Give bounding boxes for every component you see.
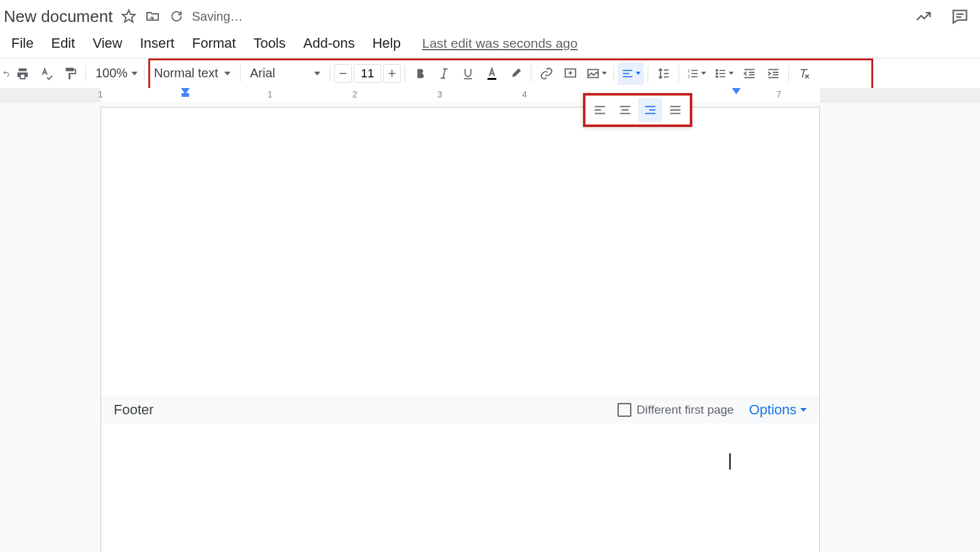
svg-rect-12	[587, 69, 598, 77]
saving-status: Saving…	[192, 9, 242, 24]
title-bar: New document Saving…	[0, 0, 980, 30]
highlight-color-button[interactable]	[504, 62, 527, 85]
ruler-number: 2	[352, 89, 357, 99]
insert-image-button[interactable]	[583, 62, 609, 85]
underline-button[interactable]	[457, 62, 479, 85]
horizontal-ruler[interactable]: 1 1 2 3 4 7	[101, 88, 820, 102]
right-indent-marker[interactable]	[732, 88, 741, 94]
font-select[interactable]: Arial	[244, 63, 326, 84]
clear-formatting-button[interactable]	[793, 62, 815, 85]
insert-link-button[interactable]	[535, 62, 558, 85]
move-to-folder-icon[interactable]	[144, 8, 161, 25]
svg-point-27	[716, 75, 717, 77]
text-cursor	[729, 453, 731, 470]
bulleted-list-button[interactable]	[710, 62, 737, 85]
align-center-button[interactable]	[613, 98, 637, 122]
different-first-page-checkbox[interactable]: Different first page	[618, 403, 734, 417]
ruler-number: 1	[98, 89, 103, 99]
checkbox-icon[interactable]	[618, 403, 631, 417]
sync-icon	[168, 8, 185, 25]
align-right-button[interactable]	[638, 98, 662, 122]
comments-icon[interactable]	[951, 8, 969, 25]
paragraph-style-select[interactable]: Normal text	[148, 63, 236, 84]
text-color-button[interactable]	[481, 62, 503, 85]
toolbar: 100% Normal text Arial − + 12	[0, 58, 980, 88]
svg-point-25	[716, 69, 717, 71]
document-title[interactable]: New document	[3, 6, 114, 28]
ruler-area: 1 1 2 3 4 7	[0, 88, 980, 102]
chevron-down-icon	[800, 408, 807, 412]
left-indent-marker[interactable]	[182, 93, 189, 97]
menu-insert[interactable]: Insert	[131, 33, 183, 54]
increase-font-size[interactable]: +	[383, 64, 401, 83]
options-label: Options	[749, 402, 797, 418]
svg-line-6	[443, 69, 445, 78]
svg-text:2: 2	[687, 74, 690, 78]
star-icon[interactable]	[120, 8, 138, 25]
svg-marker-0	[122, 10, 135, 22]
svg-rect-8	[487, 78, 496, 80]
style-value: Normal text	[154, 66, 218, 80]
footer-toolbar: Footer Different first page Options	[101, 396, 819, 424]
document-canvas[interactable]: Footer Different first page Options	[0, 107, 980, 552]
menu-tools[interactable]: Tools	[244, 33, 294, 54]
chevron-down-icon	[224, 72, 231, 75]
spellcheck-icon[interactable]	[35, 62, 58, 85]
svg-text:1: 1	[687, 68, 690, 72]
chevron-down-icon	[314, 72, 320, 75]
menu-addons[interactable]: Add-ons	[295, 33, 364, 54]
zoom-value: 100%	[95, 66, 128, 80]
bold-button[interactable]	[409, 62, 432, 85]
different-first-page-label: Different first page	[636, 403, 734, 417]
chevron-down-icon	[602, 72, 607, 75]
increase-indent-button[interactable]	[762, 62, 785, 85]
zoom-select[interactable]: 100%	[90, 63, 140, 84]
align-justify-button[interactable]	[663, 98, 687, 122]
font-size-input[interactable]	[354, 64, 381, 83]
menu-help[interactable]: Help	[364, 33, 410, 54]
ruler-number: 3	[437, 89, 442, 99]
undo-icon[interactable]	[3, 62, 10, 85]
italic-button[interactable]	[433, 62, 455, 85]
menu-file[interactable]: File	[3, 33, 42, 54]
chevron-down-icon	[636, 72, 641, 75]
menu-edit[interactable]: Edit	[42, 33, 84, 54]
align-popup	[583, 93, 692, 127]
numbered-list-button[interactable]: 12	[683, 62, 709, 85]
add-comment-button[interactable]	[559, 62, 582, 85]
svg-point-26	[716, 72, 717, 74]
decrease-indent-button[interactable]	[738, 62, 761, 85]
line-spacing-button[interactable]	[652, 62, 675, 85]
ruler-number: 4	[522, 89, 527, 99]
ruler-number: 7	[776, 89, 781, 99]
activity-icon[interactable]	[915, 8, 932, 25]
align-left-button[interactable]	[588, 98, 612, 122]
footer-content-area[interactable]	[101, 423, 819, 552]
footer-options-button[interactable]: Options	[749, 402, 807, 418]
paint-format-icon[interactable]	[59, 62, 82, 85]
ruler-number: 1	[268, 89, 273, 99]
chevron-down-icon	[701, 72, 706, 75]
print-icon[interactable]	[11, 62, 34, 85]
decrease-font-size[interactable]: −	[334, 64, 352, 83]
font-value: Arial	[250, 66, 275, 80]
chevron-down-icon	[729, 72, 734, 75]
chevron-down-icon	[131, 72, 138, 75]
last-edit-link[interactable]: Last edit was seconds ago	[422, 36, 578, 51]
page[interactable]: Footer Different first page Options	[101, 107, 820, 552]
menu-view[interactable]: View	[84, 33, 131, 54]
menu-format[interactable]: Format	[183, 33, 245, 54]
align-button[interactable]	[618, 62, 644, 85]
menu-bar: File Edit View Insert Format Tools Add-o…	[0, 30, 980, 58]
footer-label: Footer	[114, 402, 154, 418]
font-size-group: − +	[334, 64, 401, 83]
